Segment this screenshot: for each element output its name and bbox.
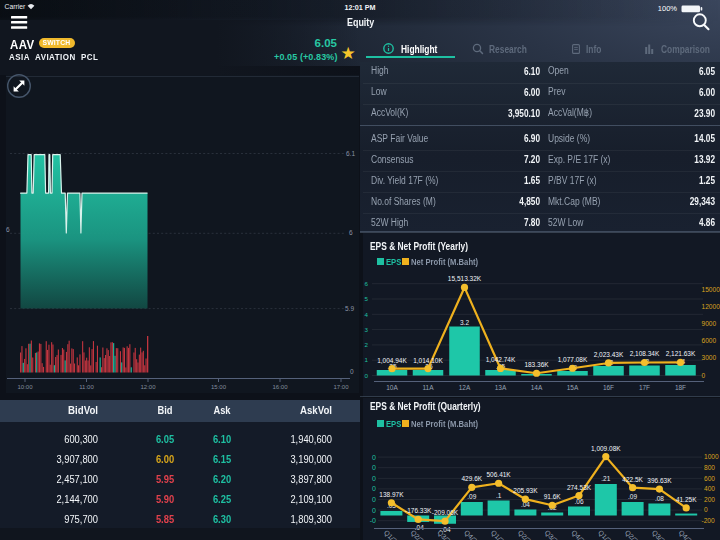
svg-text:0: 0 xyxy=(372,464,376,471)
svg-text:18F: 18F xyxy=(675,384,686,391)
svg-text:6.1: 6.1 xyxy=(346,150,355,157)
svg-text:2: 2 xyxy=(365,341,369,348)
svg-text:16F: 16F xyxy=(603,384,614,391)
svg-text:Q4/2017: Q4/2017 xyxy=(677,529,701,540)
svg-text:-200: -200 xyxy=(702,517,716,524)
svg-text:1,077.08K: 1,077.08K xyxy=(558,356,588,363)
svg-text:1,042.74K: 1,042.74K xyxy=(486,356,516,363)
svg-text:17:00: 17:00 xyxy=(333,384,349,390)
svg-text:15A: 15A xyxy=(567,384,579,391)
svg-text:91.6K: 91.6K xyxy=(544,493,562,500)
svg-text:2,121.63K: 2,121.63K xyxy=(666,350,696,357)
svg-text:12:00: 12:00 xyxy=(140,384,156,390)
svg-text:2,108.34K: 2,108.34K xyxy=(630,350,660,357)
svg-text:2,023.43K: 2,023.43K xyxy=(594,351,624,358)
svg-text:1,014.10K: 1,014.10K xyxy=(413,357,443,364)
svg-text:11:00: 11:00 xyxy=(79,384,94,390)
svg-text:Q4/2015: Q4/2015 xyxy=(462,529,486,540)
svg-text:.09: .09 xyxy=(628,493,637,500)
svg-text:12000: 12000 xyxy=(702,303,720,310)
svg-text:Q4/2016: Q4/2016 xyxy=(570,529,594,540)
svg-text:6: 6 xyxy=(349,229,353,236)
svg-text:183.36K: 183.36K xyxy=(524,361,549,368)
svg-text:13A: 13A xyxy=(495,384,507,391)
svg-text:6000: 6000 xyxy=(702,337,717,344)
svg-text:15:00: 15:00 xyxy=(211,384,227,390)
svg-text:-0: -0 xyxy=(370,517,376,524)
svg-text:Q1/2016: Q1/2016 xyxy=(489,529,513,540)
svg-text:6: 6 xyxy=(6,226,10,233)
svg-text:3.2: 3.2 xyxy=(460,319,469,326)
svg-text:429.6K: 429.6K xyxy=(461,475,482,482)
svg-text:138.97K: 138.97K xyxy=(379,491,404,498)
svg-text:600: 600 xyxy=(704,475,715,482)
svg-text:10A: 10A xyxy=(386,384,398,391)
svg-text:5.9: 5.9 xyxy=(345,305,354,312)
svg-text:-209.06K: -209.06K xyxy=(432,509,459,516)
svg-text:17F: 17F xyxy=(639,384,650,391)
svg-text:400: 400 xyxy=(704,485,715,492)
svg-text:0: 0 xyxy=(704,506,708,513)
svg-text:396.63K: 396.63K xyxy=(647,477,672,484)
svg-text:205.93K: 205.93K xyxy=(513,487,538,494)
svg-text:3: 3 xyxy=(365,326,369,333)
svg-text:1: 1 xyxy=(365,356,369,363)
svg-text:0: 0 xyxy=(702,372,706,379)
svg-text:0: 0 xyxy=(372,454,376,461)
svg-text:9000: 9000 xyxy=(702,320,717,327)
svg-text:Q1/2017: Q1/2017 xyxy=(596,529,620,540)
svg-text:.08: .08 xyxy=(655,495,664,502)
svg-text:15,513.32K: 15,513.32K xyxy=(448,275,482,282)
svg-text:800: 800 xyxy=(704,464,715,471)
svg-text:1000: 1000 xyxy=(704,453,719,460)
svg-text:14A: 14A xyxy=(531,384,543,391)
svg-text:Q2/2016: Q2/2016 xyxy=(516,529,540,540)
svg-text:0: 0 xyxy=(372,496,376,503)
svg-text:6: 6 xyxy=(365,280,369,287)
svg-text:11A: 11A xyxy=(422,384,434,391)
svg-text:4: 4 xyxy=(365,311,369,318)
svg-text:Q3/2017: Q3/2017 xyxy=(650,529,674,540)
svg-text:.21: .21 xyxy=(601,475,610,482)
svg-text:5: 5 xyxy=(365,295,369,302)
svg-text:Q3/2016: Q3/2016 xyxy=(543,529,567,540)
svg-text:16:00: 16:00 xyxy=(272,384,288,390)
svg-text:0: 0 xyxy=(372,507,376,514)
svg-text:Q1/2015: Q1/2015 xyxy=(382,529,406,540)
svg-text:41.25K: 41.25K xyxy=(676,496,697,503)
svg-text:1,009.08K: 1,009.08K xyxy=(591,445,621,452)
svg-text:274.53K: 274.53K xyxy=(567,484,592,491)
svg-text:422.5K: 422.5K xyxy=(622,476,643,483)
svg-text:Q2/2017: Q2/2017 xyxy=(623,529,647,540)
svg-text:0: 0 xyxy=(372,485,376,492)
svg-text:0: 0 xyxy=(372,475,376,482)
svg-text:-176.33K: -176.33K xyxy=(405,507,432,514)
svg-text:3000: 3000 xyxy=(702,354,717,361)
svg-text:200: 200 xyxy=(704,496,715,503)
svg-text:10:00: 10:00 xyxy=(17,384,33,390)
svg-text:.1: .1 xyxy=(496,492,502,499)
svg-text:12A: 12A xyxy=(459,384,471,391)
svg-text:0: 0 xyxy=(365,372,369,379)
svg-text:506.41K: 506.41K xyxy=(486,471,511,478)
svg-text:.09: .09 xyxy=(467,493,476,500)
svg-text:1,004.94K: 1,004.94K xyxy=(377,357,407,364)
svg-text:15000: 15000 xyxy=(702,286,720,293)
svg-text:0: 0 xyxy=(350,368,354,375)
